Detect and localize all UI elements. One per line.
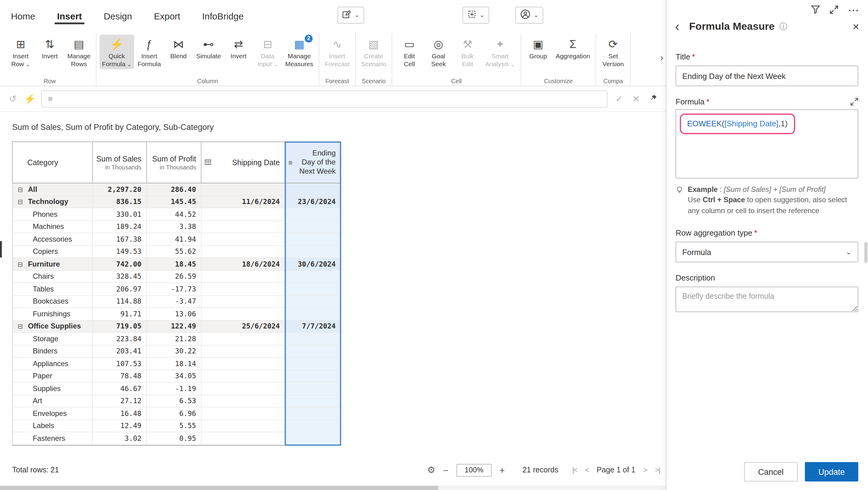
menu-tab-design[interactable]: Design — [103, 2, 133, 28]
ribbon-button-group[interactable]: ▣Group — [524, 35, 552, 61]
table-row-bookcases[interactable]: Bookcases114.88-3.47 — [12, 296, 341, 308]
ribbon: ⊞InsertRow ⌄⇅Invert▤ManageRowsRow⚡QuickF… — [0, 30, 666, 86]
undo-icon[interactable]: ↺ — [7, 93, 18, 104]
column-header-shipping-date[interactable]: Shipping Date — [202, 142, 285, 183]
table-row-paper[interactable]: Paper78.4834.05 — [12, 370, 341, 382]
horizontal-scrollbar[interactable] — [0, 486, 666, 490]
table-row-fasteners[interactable]: Fasteners3.020.95 — [12, 432, 341, 445]
menu-tab-insert[interactable]: Insert — [56, 2, 83, 28]
column-header-sum-of-profit[interactable]: Sum of Profitin Thousands — [147, 142, 202, 183]
ribbon-button-insert-row[interactable]: ⊞InsertRow ⌄ — [7, 35, 35, 69]
collapse-icon[interactable]: ⊟ — [18, 186, 24, 193]
table-row-office-supplies[interactable]: ⊟Office Supplies719.05122.4925/6/20247/7… — [12, 320, 341, 333]
column-header-subtitle: in Thousands — [105, 164, 142, 170]
next-page-button[interactable]: > — [643, 466, 647, 474]
category-label: Accessories — [33, 235, 72, 243]
table-row-copiers[interactable]: Copiers149.5355.62 — [12, 246, 341, 258]
collapse-icon[interactable]: ⊟ — [18, 261, 24, 268]
table-row-appliances[interactable]: Appliances107.5318.14 — [12, 358, 341, 370]
horizontal-scroll-thumb[interactable] — [0, 486, 438, 490]
left-scroll-thumb[interactable] — [0, 241, 2, 257]
category-label: Phones — [33, 210, 57, 219]
table-row-all[interactable]: ⊟All2,297.20286.40 — [12, 183, 341, 196]
first-page-button[interactable]: |< — [572, 466, 577, 474]
table-row-furniture[interactable]: ⊟Furniture742.0018.4518/6/202430/6/2024 — [12, 258, 341, 271]
table-row-envelopes[interactable]: Envelopes16.486.96 — [12, 407, 341, 420]
table-row-phones[interactable]: Phones330.0144.52 — [12, 208, 341, 221]
category-cell: Binders — [12, 345, 93, 358]
cancel-button[interactable]: Cancel — [744, 462, 798, 482]
account-button[interactable]: ⌄ — [515, 7, 544, 24]
table-row-machines[interactable]: Machines189.243.38 — [12, 221, 341, 233]
add-visual-button[interactable]: ⌄ — [462, 7, 489, 24]
title-input[interactable] — [676, 66, 858, 86]
collapse-icon[interactable]: ⊟ — [18, 323, 24, 330]
pin-icon[interactable] — [648, 93, 658, 104]
formula-input[interactable]: = — [41, 90, 608, 107]
table-row-chairs[interactable]: Chairs328.4526.59 — [12, 271, 341, 283]
ribbon-button-label: DataInput ⌄ — [257, 52, 278, 68]
more-options-icon[interactable]: ⋯ — [848, 5, 860, 16]
last-page-button[interactable]: >| — [655, 466, 660, 474]
close-button[interactable]: ✕ — [852, 22, 860, 32]
ribbon-button-invert[interactable]: ⇅Invert — [36, 35, 64, 69]
ribbon-button-blend[interactable]: ⋈Blend — [164, 35, 192, 69]
ribbon-button-insert-formula[interactable]: ƒInsertFormula — [135, 35, 163, 69]
table-row-binders[interactable]: Binders203.4130.22 — [12, 345, 341, 358]
menu-tab-home[interactable]: Home — [10, 2, 36, 28]
table-row-supplies[interactable]: Supplies46.67-1.19 — [12, 382, 341, 395]
discard-icon[interactable]: ✕ — [630, 93, 642, 104]
panel-scroll-thumb[interactable] — [864, 242, 867, 263]
table-row-technology[interactable]: ⊟Technology836.15145.4511/6/202423/6/202… — [12, 196, 341, 208]
ribbon-button-manage-measures[interactable]: ▦2ManageMeasures — [283, 35, 316, 69]
ribbon-button-simulate[interactable]: ⊷Simulate — [194, 35, 223, 69]
column-header-category[interactable]: Category — [12, 142, 93, 183]
menu-tab-export[interactable]: Export — [153, 2, 182, 28]
ending-day-cell — [285, 333, 341, 345]
ending-day-cell: 23/6/2024 — [285, 196, 341, 208]
description-textarea[interactable] — [676, 286, 858, 312]
ribbon-button-quick-formula[interactable]: ⚡QuickFormula ⌄ — [100, 35, 134, 69]
info-icon[interactable]: ⓘ — [779, 21, 787, 32]
collapse-icon[interactable]: ⊟ — [18, 198, 24, 206]
row-aggregation-select[interactable]: Formula ⌄ — [676, 242, 858, 262]
confirm-icon[interactable]: ✓ — [614, 93, 624, 104]
ribbon-button-set-version[interactable]: ⟳SetVersion — [599, 35, 627, 69]
table-row-labels[interactable]: Labels12.495.55 — [12, 420, 341, 432]
formula-label: Formula* — [676, 97, 709, 107]
table-row-tables[interactable]: Tables206.97-17.73 — [12, 283, 341, 296]
table-row-furnishings[interactable]: Furnishings91.7113.06 — [12, 308, 341, 320]
lightning-icon[interactable]: ⚡ — [24, 93, 35, 104]
shipping-date-cell: 18/6/2024 — [202, 258, 285, 271]
formula-editor[interactable]: EOWEEK([Shipping Date],1) — [676, 109, 858, 179]
expand-formula-icon[interactable] — [850, 97, 858, 106]
ribbon-button-goal-seek[interactable]: ◎GoalSeek — [425, 35, 453, 69]
table-row-storage[interactable]: Storage223.8421.28 — [12, 333, 341, 345]
ribbon-button-aggregation[interactable]: ΣAggregation — [553, 35, 592, 61]
ribbon-button-edit-cell[interactable]: ▭EditCell — [395, 35, 423, 69]
ribbon-button-manage-rows[interactable]: ▤ManageRows — [65, 35, 93, 69]
column-header-ending-day-of-the-next-week[interactable]: ≡Ending Day of the Next Week — [285, 142, 341, 183]
table-row-accessories[interactable]: Accessories167.3841.94 — [12, 233, 341, 246]
profit-cell: 18.14 — [147, 358, 202, 370]
table-row-art[interactable]: Art27.126.53 — [12, 395, 341, 407]
expand-icon[interactable] — [830, 5, 838, 16]
zoom-out-button[interactable]: − — [443, 465, 449, 475]
category-label: Art — [33, 397, 42, 405]
ribbon-overflow-button[interactable]: › — [660, 52, 664, 63]
zoom-in-button[interactable]: + — [499, 465, 505, 475]
filter-icon[interactable] — [811, 5, 820, 16]
category-label: Technology — [28, 197, 68, 206]
settings-gear-icon[interactable]: ⚙ — [427, 464, 435, 476]
shipping-date-cell — [202, 382, 285, 395]
update-button[interactable]: Update — [805, 462, 858, 482]
ribbon-button-invert[interactable]: ⇄Invert — [225, 35, 253, 69]
edit-mode-button[interactable]: ⌄ — [338, 7, 365, 24]
column-header-sum-of-sales[interactable]: Sum of Salesin Thousands — [93, 142, 147, 183]
column-header-label: Ending Day of the Next Week — [298, 149, 336, 176]
category-label: Fasteners — [33, 434, 65, 442]
zoom-level[interactable]: 100% — [456, 464, 492, 476]
back-button[interactable]: ‹ — [675, 20, 679, 33]
menu-tab-infobridge[interactable]: InfoBridge — [201, 2, 245, 28]
prev-page-button[interactable]: < — [585, 466, 589, 474]
